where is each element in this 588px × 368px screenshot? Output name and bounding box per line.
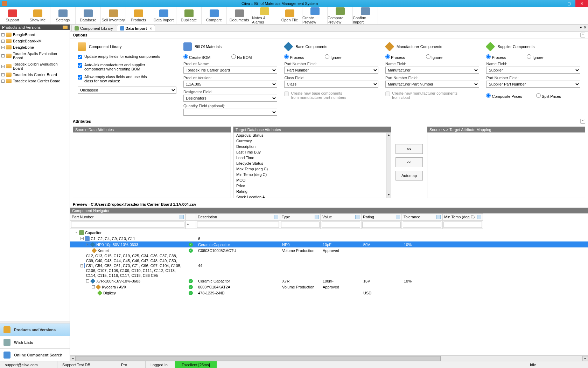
ribbon-confirm-import[interactable]: Confirm Import — [353, 7, 378, 24]
col-header[interactable] — [186, 213, 196, 220]
expand-icon[interactable]: − — [75, 231, 78, 234]
mfr-process-radio[interactable] — [385, 54, 390, 59]
designator-field-select[interactable]: Designators — [183, 95, 278, 102]
filter-input[interactable] — [362, 222, 401, 228]
tree-node[interactable]: +Toradex Apalis Evaluation Board — [1, 50, 69, 61]
maximize-button[interactable]: ▢ — [563, 0, 575, 7]
attr-item[interactable]: Currency — [233, 138, 391, 144]
expand-icon[interactable]: + — [1, 33, 5, 36]
attr-item[interactable]: Stock Location A — [233, 194, 391, 198]
attribute-mapping-list[interactable]: Source <-> Target Attribute Mapping — [427, 127, 585, 198]
tab-dropdown-icon[interactable]: ▾ — [580, 25, 582, 30]
attr-item[interactable]: Last Time Buy — [233, 149, 391, 155]
tree-node[interactable]: +BeagleBoard-xM — [1, 38, 69, 44]
create-mfr-cloud-checkbox[interactable] — [385, 91, 390, 96]
attr-item[interactable]: Max Temp (deg C) — [233, 166, 391, 172]
grid-row[interactable]: −C12, C13, C15, C17, C19, C25, C34, C36,… — [70, 253, 588, 278]
create-base-from-mfr-checkbox[interactable] — [284, 91, 289, 96]
update-empty-checkbox[interactable] — [78, 55, 82, 59]
expand-icon[interactable]: − — [80, 237, 84, 240]
collapse-icon[interactable]: ⌃ — [580, 33, 585, 38]
tree-node[interactable]: +Toradex Iris Carrier Board — [1, 71, 69, 78]
horizontal-scrollbar[interactable]: ◂▸ — [70, 355, 588, 361]
filter-icon[interactable] — [436, 215, 441, 219]
target-attributes-list[interactable]: Target Database Attributes Approval Stat… — [233, 127, 391, 198]
grid-row[interactable]: −C1, C2, C4, C9, C10, C116 — [70, 236, 588, 241]
expand-icon[interactable]: − — [86, 279, 89, 282]
grid-row[interactable]: −Kyocera / AVX✓0603YC104KAT2AVolume Prod… — [70, 284, 588, 290]
col-header[interactable]: Description — [196, 213, 280, 220]
sup-name-field-select[interactable]: Supplier — [486, 67, 580, 74]
base-process-radio[interactable] — [284, 54, 289, 59]
nav-online-component-search[interactable]: Online Component Search — [0, 348, 70, 361]
filter-input[interactable] — [403, 222, 441, 228]
no-bom-radio[interactable] — [231, 54, 236, 59]
quantity-field-select[interactable] — [183, 109, 278, 116]
ribbon-notes-alarms[interactable]: Notes & Alarms — [252, 7, 277, 24]
mfr-name-field-select[interactable]: Manufacturer — [385, 67, 479, 74]
map-right-button[interactable]: >> — [396, 144, 423, 154]
automap-button[interactable]: Automap — [396, 171, 423, 180]
col-header[interactable]: Min Temp (deg C) — [442, 213, 483, 220]
allow-empty-class-checkbox[interactable] — [78, 75, 82, 80]
attr-item[interactable]: Description — [233, 144, 391, 149]
nav-wish-lists[interactable]: Wish Lists — [0, 336, 70, 348]
attr-item[interactable]: Approval Status — [233, 132, 391, 138]
grid-row[interactable]: −Capacitor — [70, 230, 588, 236]
map-left-button[interactable]: << — [396, 157, 423, 167]
filter-icon[interactable] — [355, 215, 359, 219]
col-header[interactable]: Part Number — [70, 213, 186, 220]
mfr-ignore-radio[interactable] — [426, 54, 430, 59]
filter-icon[interactable] — [274, 215, 278, 219]
tree-node[interactable]: +BeagleBone — [1, 44, 69, 50]
expand-icon[interactable]: + — [1, 65, 5, 68]
attr-item[interactable]: MOQ — [233, 177, 391, 183]
attr-item[interactable]: Price — [233, 183, 391, 189]
minimize-button[interactable]: — — [550, 0, 563, 7]
attr-item[interactable]: Lifecycle Status — [233, 161, 391, 166]
tree-node[interactable]: +Toradex Colibri Evaluation Board — [1, 61, 69, 71]
create-bom-radio[interactable] — [183, 54, 188, 59]
tab-close-all-icon[interactable]: ✕ — [583, 25, 587, 30]
grid-row[interactable]: Digikey✓478-1239-2-NDUSD — [70, 290, 588, 296]
source-attributes-list[interactable]: Source Data Attributes — [73, 127, 231, 198]
filter-input[interactable] — [71, 222, 184, 228]
grid-row[interactable]: Kemet✓C0603C100J5GACTUVolume ProductionA… — [70, 247, 588, 253]
col-header[interactable]: Rating — [361, 213, 402, 220]
tab-close-icon[interactable]: × — [150, 26, 152, 30]
product-version-select[interactable]: 1.1A.005 — [183, 81, 278, 88]
auto-link-checkbox[interactable] — [78, 63, 82, 68]
composite-prices-radio[interactable] — [486, 93, 491, 98]
ribbon-open-file[interactable]: Open File — [277, 7, 302, 24]
expand-icon[interactable]: + — [1, 80, 5, 83]
filter-icon[interactable] — [315, 215, 319, 219]
ribbon-support[interactable]: Support — [0, 7, 25, 24]
sort-icon[interactable]: ▲ — [187, 223, 189, 226]
col-header[interactable]: Value — [321, 213, 361, 220]
attr-item[interactable]: Rating — [233, 189, 391, 194]
product-name-select[interactable]: Toradex Iris Carrier Board — [183, 67, 278, 74]
attr-item[interactable]: Lead Time — [233, 155, 391, 161]
grid-row[interactable]: −NP0-10p-50V-10%-0603✓Ceramic CapacitorN… — [70, 241, 588, 247]
filter-input[interactable] — [322, 222, 360, 228]
ribbon-compare-preview[interactable]: Compare Preview — [328, 7, 353, 24]
ribbon-sell-inventory[interactable]: Sell Inventory — [101, 7, 126, 24]
tree-node[interactable]: +BeagleBoard — [1, 32, 69, 38]
tab-data-import[interactable]: Data Import× — [117, 25, 155, 31]
ribbon-duplicate[interactable]: Duplicate — [176, 7, 202, 24]
filter-input[interactable] — [281, 222, 320, 228]
expand-icon[interactable]: − — [92, 285, 95, 288]
attr-item[interactable]: Min Temp (deg C) — [233, 172, 391, 177]
ribbon-database[interactable]: Database — [76, 7, 101, 24]
ribbon-products[interactable]: Products — [126, 7, 151, 24]
filter-icon[interactable] — [396, 215, 400, 219]
ribbon-create-preview[interactable]: Create Preview — [302, 7, 328, 24]
ribbon-documents[interactable]: Documents — [227, 7, 252, 24]
expand-icon[interactable]: + — [1, 46, 5, 49]
col-header[interactable]: Tolerance — [402, 213, 442, 220]
mfr-part-field-select[interactable]: Manufacturer Part Number — [385, 81, 479, 88]
part-number-field-select[interactable]: Part Number — [284, 67, 378, 74]
filter-icon[interactable] — [180, 215, 184, 219]
expand-icon[interactable]: + — [1, 54, 5, 57]
ribbon-compare[interactable]: Compare — [202, 7, 227, 24]
